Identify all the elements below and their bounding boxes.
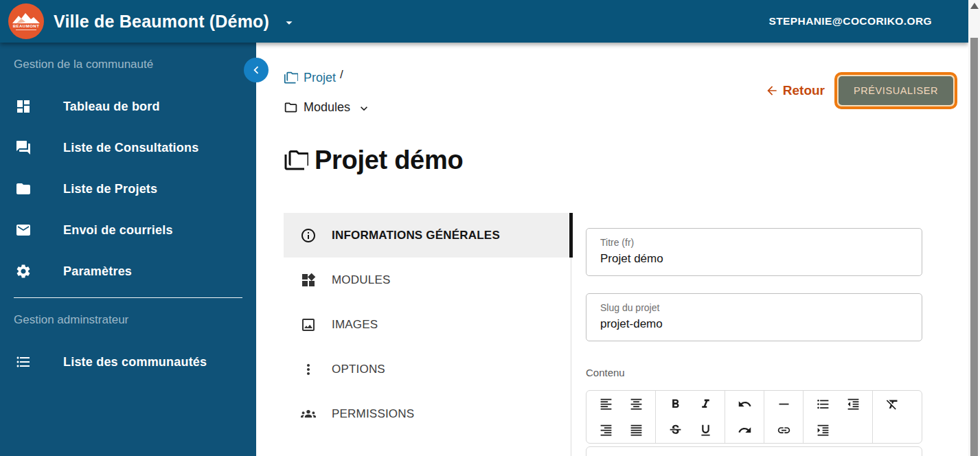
sidebar-section-community: Gestion de la communauté <box>14 58 153 71</box>
highlight-ring: PRÉVISUALISER <box>834 72 957 109</box>
title-field[interactable]: Titre (fr) Projet démo <box>586 228 922 276</box>
clear-formatting-icon <box>885 397 900 411</box>
redo-button[interactable] <box>729 418 760 442</box>
insert-group <box>764 391 804 443</box>
bullet-list-button[interactable] <box>808 392 838 415</box>
app-window: BEAUMONT Ville de Beaumont (Démo) STEPHA… <box>0 0 980 456</box>
folder-icon <box>15 181 32 197</box>
italic-icon <box>698 397 713 411</box>
title-field-label: Titre (fr) <box>600 237 634 248</box>
sidebar-item-communities[interactable]: Liste des communautés <box>0 348 256 376</box>
horizontal-rule-button[interactable] <box>768 392 799 415</box>
logo-label: BEAUMONT <box>13 24 40 28</box>
scrollbar-up-arrow[interactable] <box>970 3 979 9</box>
chevron-left-icon <box>249 62 264 78</box>
editor-toolbar <box>586 390 922 444</box>
image-icon <box>300 317 317 333</box>
modules-dropdown-label: Modules <box>304 100 350 115</box>
content-field-label: Contenu <box>586 367 625 378</box>
toolbar-spacer <box>877 418 907 442</box>
style-group <box>656 391 725 443</box>
sidebar-item-consultations[interactable]: Liste de Consultations <box>0 134 256 161</box>
app-header: BEAUMONT Ville de Beaumont (Démo) STEPHA… <box>0 0 968 43</box>
strikethrough-icon <box>668 423 683 437</box>
caret-down-icon <box>282 15 297 30</box>
indent-increase-icon <box>816 423 830 437</box>
breadcrumb-separator: / <box>340 68 343 82</box>
sidebar-item-projects[interactable]: Liste de Projets <box>0 175 256 203</box>
underline-icon <box>698 423 713 437</box>
undo-icon <box>738 397 752 411</box>
redo-icon <box>738 423 752 437</box>
link-button[interactable] <box>768 418 799 442</box>
tab-permissions[interactable]: PERMISSIONS <box>284 391 569 436</box>
sidebar-divider <box>14 297 242 298</box>
page-title-text: Projet démo <box>315 146 463 175</box>
arrow-back-icon <box>765 84 779 98</box>
align-center-button[interactable] <box>621 392 651 415</box>
sidebar-item-dashboard[interactable]: Tableau de bord <box>0 93 256 120</box>
link-icon <box>777 423 791 437</box>
folder-icon <box>284 100 298 115</box>
align-justify-button[interactable] <box>621 418 651 442</box>
align-left-button[interactable] <box>591 392 621 415</box>
tab-informations-generales[interactable]: INFORMATIONS GÉNÉRALES <box>284 213 569 258</box>
italic-button[interactable] <box>690 392 720 415</box>
page-scrollbar[interactable] <box>968 0 980 456</box>
clear-group <box>873 391 911 443</box>
list-icon <box>15 354 32 370</box>
more-vert-icon <box>300 361 317 378</box>
chevron-down-icon <box>357 102 371 115</box>
info-icon <box>300 227 317 244</box>
align-group <box>586 391 656 443</box>
bullet-list-icon <box>816 397 830 411</box>
sidebar-item-emails[interactable]: Envoi de courriels <box>0 216 256 244</box>
breadcrumb: Projet / <box>284 71 343 85</box>
indent-decrease-button[interactable] <box>838 392 868 415</box>
align-left-icon <box>599 397 613 411</box>
dashboard-icon <box>15 98 32 115</box>
sidebar-section-admin: Gestion adminstrateur <box>14 313 128 327</box>
page-title: Projet démo <box>284 146 463 175</box>
list-group <box>804 391 873 443</box>
slug-field-label: Slug du projet <box>600 302 659 313</box>
back-label: Retour <box>783 83 825 98</box>
sidebar: Gestion de la communauté Tableau de bord… <box>0 43 256 456</box>
sidebar-collapse-button[interactable] <box>244 58 269 82</box>
slug-field[interactable]: Slug du projet projet-demo <box>586 293 922 341</box>
clear-formatting-button[interactable] <box>877 392 907 415</box>
align-right-button[interactable] <box>591 418 621 442</box>
tab-options[interactable]: OPTIONS <box>284 347 569 391</box>
tab-modules[interactable]: MODULES <box>284 258 569 302</box>
widgets-icon <box>300 272 317 288</box>
title-field-value: Projet démo <box>600 252 663 266</box>
sidebar-item-settings[interactable]: Paramètres <box>0 258 256 285</box>
indent-decrease-icon <box>846 397 861 411</box>
bold-button[interactable] <box>660 392 690 415</box>
scrollbar-thumb[interactable] <box>970 38 978 456</box>
user-email[interactable]: STEPHANIE@COCORIKO.ORG <box>769 15 933 27</box>
toolbar-spacer <box>838 418 868 442</box>
strikethrough-button[interactable] <box>660 418 690 442</box>
back-button[interactable]: Retour <box>765 83 825 98</box>
gear-icon <box>15 263 32 280</box>
bold-icon <box>668 397 683 411</box>
undo-button[interactable] <box>729 392 760 415</box>
slug-field-value: projet-demo <box>600 317 663 331</box>
modules-dropdown[interactable]: Modules <box>284 100 371 115</box>
tab-images[interactable]: IMAGES <box>284 302 569 347</box>
beaumont-logo: BEAUMONT <box>8 3 44 39</box>
indent-increase-button[interactable] <box>808 418 838 442</box>
main-content: Projet / Modules Retour PRÉVISUALISER Pr… <box>256 43 968 456</box>
community-switcher[interactable]: Ville de Beaumont (Démo) <box>54 12 297 32</box>
underline-button[interactable] <box>690 418 720 442</box>
align-right-icon <box>599 423 613 437</box>
align-justify-icon <box>629 423 643 437</box>
mountains-icon <box>12 12 40 23</box>
editor-content-area[interactable] <box>586 446 922 456</box>
forum-icon <box>15 139 32 156</box>
folder-copy-icon <box>284 71 298 85</box>
breadcrumb-link-projet[interactable]: Projet <box>304 71 336 85</box>
preview-button[interactable]: PRÉVISUALISER <box>839 76 953 105</box>
horizontal-rule-icon <box>777 397 791 411</box>
